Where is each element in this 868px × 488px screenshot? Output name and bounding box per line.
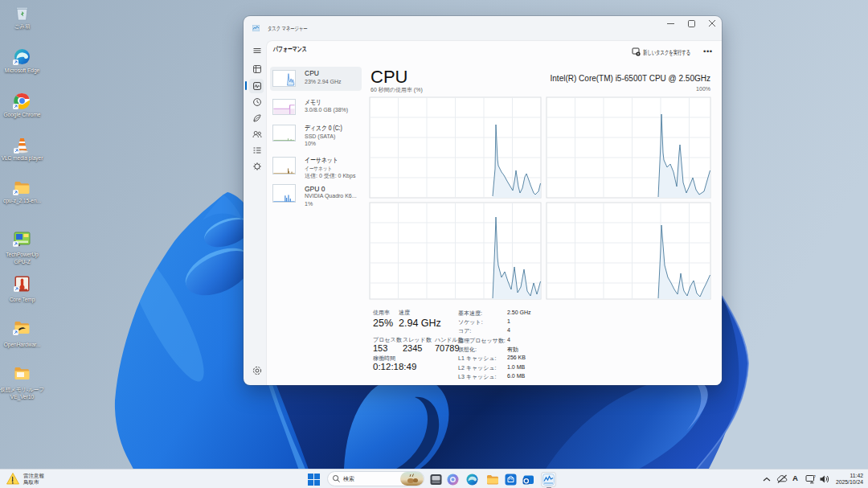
svg-text:?: ? <box>813 474 816 479</box>
